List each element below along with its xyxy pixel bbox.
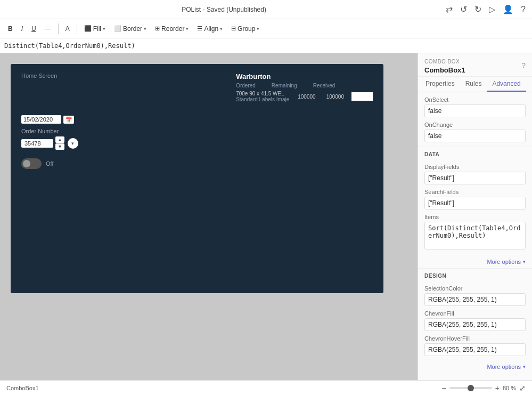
border-button[interactable]: ⬜ Border ▾ <box>110 23 150 34</box>
status-component-name: ComboBox1 <box>6 385 39 391</box>
more-options-button-2[interactable]: More options ▾ <box>487 364 526 370</box>
onselect-label: OnSelect <box>424 96 526 103</box>
row-ordered: 100000 <box>298 94 315 100</box>
zoom-slider-thumb <box>468 385 474 391</box>
spinner-up-button[interactable]: ▲ <box>55 136 64 143</box>
panel-section-events: OnSelect OnChange <box>418 92 532 147</box>
display-fields-input[interactable] <box>424 172 526 184</box>
help-icon[interactable]: ? <box>521 5 526 14</box>
border-chevron-icon: ▾ <box>144 26 146 31</box>
panel-tabs: Properties Rules Advanced <box>418 77 532 92</box>
italic-button[interactable]: I <box>18 23 27 34</box>
undo-icon[interactable]: ↺ <box>460 4 467 14</box>
selection-color-input[interactable] <box>424 293 526 306</box>
fullscreen-button[interactable]: ⤢ <box>519 384 526 392</box>
toggle-label: Off <box>46 160 53 167</box>
chevron-fill-input[interactable] <box>424 318 526 331</box>
screen-label: Home Screen <box>21 72 57 79</box>
formula-input[interactable] <box>4 42 528 50</box>
help-icon[interactable]: ? <box>522 61 526 69</box>
underline-button[interactable]: U <box>28 23 40 34</box>
zoom-value: 80 % <box>503 385 516 391</box>
toggle-switch[interactable] <box>21 158 42 169</box>
reorder-icon: ⊞ <box>155 25 160 32</box>
more-options-chevron-2: ▾ <box>523 364 526 369</box>
panel-header: COMBO BOX ComboBox1 ? <box>418 53 532 77</box>
tab-properties[interactable]: Properties <box>420 77 460 92</box>
tab-advanced[interactable]: Advanced <box>487 77 526 92</box>
onchange-input[interactable] <box>424 130 526 142</box>
fill-icon: ⬛ <box>84 25 92 32</box>
more-options-label-1: More options <box>487 259 521 265</box>
formula-bar <box>0 38 532 53</box>
more-options-row-2: More options ▾ <box>418 360 532 373</box>
chevron-fill-label: ChevronFill <box>424 310 526 317</box>
font-color-icon: A <box>66 25 70 33</box>
selection-color-label: SelectionColor <box>424 285 526 292</box>
canvas-area: Home Screen Warburton Ordered Remaining … <box>0 53 418 380</box>
group-button[interactable]: ⊟ Group ▾ <box>227 23 263 34</box>
tab-rules[interactable]: Rules <box>460 77 487 92</box>
order-input-row: ▲ ▼ ▾ <box>21 136 373 150</box>
user-icon[interactable]: 👤 <box>503 4 513 14</box>
col-ordered: Ordered <box>236 83 256 88</box>
search-fields-label: SearchFields <box>424 189 526 195</box>
row-sublabel: Standard Labels Imaje <box>236 96 289 102</box>
chevron-hover-fill-input[interactable] <box>424 343 526 356</box>
combo-icon: ▾ <box>71 141 74 146</box>
order-label: Order Number <box>21 128 373 134</box>
fill-chevron-icon: ▾ <box>103 26 105 31</box>
title-bar-icons: ⇄ ↺ ↻ ▷ 👤 ? <box>446 4 526 14</box>
strikethrough-button[interactable]: — <box>41 23 55 34</box>
toggle-row: Off <box>21 158 373 169</box>
toolbar-sep-1 <box>58 23 59 34</box>
calendar-icon[interactable]: 📅 <box>63 116 74 124</box>
align-button[interactable]: ☰ Align ▾ <box>193 23 226 34</box>
more-options-row-1: More options ▾ <box>418 255 532 268</box>
reorder-chevron-icon: ▾ <box>186 26 189 31</box>
play-icon[interactable]: ▷ <box>489 4 495 14</box>
design-section-header: DESIGN <box>418 268 532 281</box>
zoom-plus-button[interactable]: + <box>495 384 500 392</box>
items-textarea[interactable]: Sort(Distinct(Table4,OrderNum0),Result) <box>424 222 526 249</box>
fill-button[interactable]: ⬛ Fill ▾ <box>80 23 109 34</box>
main-layout: Home Screen Warburton Ordered Remaining … <box>0 53 532 380</box>
panel-type-label: COMBO BOX <box>424 59 460 65</box>
data-section-header: DATA <box>418 147 532 159</box>
title-bar-title: POList - Saved (Unpublished) <box>6 6 441 13</box>
panel-section-design: SelectionColor ChevronFill ChevronHoverF… <box>418 281 532 360</box>
more-options-label-2: More options <box>487 364 521 370</box>
bold-button[interactable]: B <box>4 23 17 34</box>
redo-icon[interactable]: ↻ <box>474 4 481 14</box>
col-remaining: Remaining <box>272 83 297 88</box>
chevron-hover-fill-label: ChevronHoverFill <box>424 335 526 342</box>
zoom-controls: − + 80 % ⤢ <box>442 384 526 392</box>
spinner-down-button[interactable]: ▼ <box>55 143 64 150</box>
border-icon: ⬜ <box>114 25 121 32</box>
zoom-minus-button[interactable]: − <box>442 384 446 392</box>
group-chevron-icon: ▾ <box>257 26 259 31</box>
font-color-button[interactable]: A <box>62 23 73 34</box>
right-panel: COMBO BOX ComboBox1 ? Properties Rules A… <box>418 53 532 380</box>
more-options-chevron-1: ▾ <box>523 259 526 264</box>
onchange-label: OnChange <box>424 122 526 128</box>
toolbar-sep-2 <box>77 23 77 34</box>
onselect-input[interactable] <box>424 104 526 117</box>
date-input[interactable] <box>21 115 61 124</box>
reorder-button[interactable]: ⊞ Reorder ▾ <box>151 23 192 34</box>
more-options-button-1[interactable]: More options ▾ <box>487 259 526 265</box>
align-icon: ☰ <box>197 25 202 32</box>
panel-body: OnSelect OnChange DATA DisplayFields Sea… <box>418 92 532 380</box>
title-bar: POList - Saved (Unpublished) ⇄ ↺ ↻ ▷ 👤 ? <box>0 0 532 19</box>
panel-section-data: DisplayFields SearchFields Items Sort(Di… <box>418 159 532 255</box>
zoom-slider[interactable] <box>449 387 492 389</box>
share-icon[interactable]: ⇄ <box>446 4 453 14</box>
group-icon: ⊟ <box>231 25 236 32</box>
order-number-input[interactable] <box>21 139 53 148</box>
date-field: 📅 <box>21 115 373 124</box>
display-fields-label: DisplayFields <box>424 164 526 170</box>
received-box <box>351 92 373 101</box>
supplier-name: Warburton <box>236 72 271 80</box>
search-fields-input[interactable] <box>424 197 526 209</box>
align-chevron-icon: ▾ <box>220 26 223 31</box>
